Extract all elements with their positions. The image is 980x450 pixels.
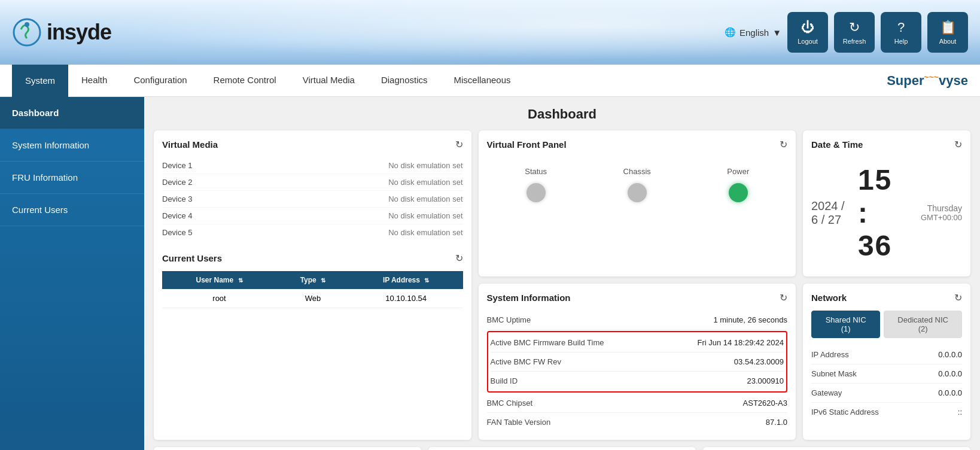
network-header: Network ↻: [811, 292, 962, 303]
tab-remote-control[interactable]: Remote Control: [200, 65, 290, 97]
sysinfo-row-chipset: BMC Chipset AST2620-A3: [487, 394, 788, 413]
user-row-ip: 10.10.10.54: [349, 289, 463, 308]
bottom-row: Temperature ↻ Voltage ↻ Fan ↻: [154, 447, 970, 450]
logo-text: insyde: [47, 20, 111, 45]
vm-devices: Device 1 No disk emulation set Device 2 …: [162, 157, 463, 241]
help-label: Help: [894, 38, 908, 45]
cu-refresh-icon[interactable]: ↻: [455, 253, 463, 264]
network-refresh-icon[interactable]: ↻: [954, 292, 962, 303]
dashboard-grid: Virtual Front Panel ↻ Status Chassis Pow…: [154, 130, 970, 440]
vm-device-1: Device 1 No disk emulation set: [162, 157, 463, 174]
datetime-header: Date & Time ↻: [811, 139, 962, 150]
sort-ip-icon: ⇅: [424, 277, 429, 284]
about-label: About: [939, 38, 957, 45]
logout-icon: ⏻: [801, 20, 814, 35]
main-layout: Dashboard System Information FRU Informa…: [0, 97, 980, 450]
vm-device-5: Device 5 No disk emulation set: [162, 224, 463, 241]
language-label: English: [739, 28, 769, 38]
content-area: Dashboard Virtual Front Panel ↻ Status C…: [144, 97, 980, 450]
vfp-status: Status: [525, 167, 547, 202]
sort-type-icon: ⇅: [321, 277, 325, 284]
vfp-chassis: Chassis: [623, 167, 651, 202]
logo: insyde: [12, 17, 111, 47]
datetime-refresh-icon[interactable]: ↻: [954, 139, 962, 150]
sidebar-item-system-information[interactable]: System Information: [0, 129, 144, 162]
network-rows: IP Address 0.0.0.0 Subnet Mask 0.0.0.0 G…: [811, 345, 962, 421]
vm-device-2: Device 2 No disk emulation set: [162, 174, 463, 191]
page-title: Dashboard: [154, 107, 970, 122]
sysinfo-rows: BMC Uptime 1 minute, 26 seconds Active B…: [487, 311, 788, 431]
help-button[interactable]: ? Help: [881, 12, 921, 53]
header: insyde 🌐 English ▼ ⏻ Logout ↻ Refresh ? …: [0, 0, 980, 65]
tab-miscellaneous[interactable]: Miscellaneous: [440, 65, 524, 97]
sysinfo-row-fw-rev: Active BMC FW Rev 03.54.23.0009: [491, 352, 784, 372]
tab-health[interactable]: Health: [68, 65, 120, 97]
fan-card: Fan ↻: [703, 447, 970, 450]
vm-device-4: Device 4 No disk emulation set: [162, 208, 463, 224]
vfp-chassis-label: Chassis: [623, 167, 651, 176]
system-info-card: System Information ↻ BMC Uptime 1 minute…: [479, 284, 796, 440]
logout-button[interactable]: ⏻ Logout: [787, 12, 828, 53]
status-indicator: [526, 183, 546, 202]
virtual-front-panel-card: Virtual Front Panel ↻ Status Chassis Pow…: [479, 130, 796, 276]
about-button[interactable]: 📋 About: [927, 12, 968, 53]
tab-configuration[interactable]: Configuration: [120, 65, 200, 97]
refresh-label: Refresh: [843, 38, 866, 45]
tab-diagnostics[interactable]: Diagnostics: [368, 65, 441, 97]
nic-tabs: Shared NIC (1) Dedicated NIC (2): [811, 311, 962, 338]
vfp-power-label: Power: [727, 167, 749, 176]
col-ip[interactable]: IP Address ⇅: [349, 271, 463, 289]
power-indicator: [729, 183, 748, 202]
vfp-refresh-icon[interactable]: ↻: [780, 139, 787, 150]
vm-device-3: Device 3 No disk emulation set: [162, 191, 463, 208]
col-type[interactable]: Type ⇅: [276, 271, 349, 289]
logout-label: Logout: [798, 38, 818, 45]
datetime-title: Date & Time: [811, 139, 863, 150]
network-ip: IP Address 0.0.0.0: [811, 345, 962, 364]
about-icon: 📋: [940, 20, 956, 35]
date-display: 2024 / 6 / 27: [811, 199, 846, 227]
temperature-card: Temperature ↻: [154, 447, 421, 450]
datetime-card: Date & Time ↻ 2024 / 6 / 27 15 : 36 Thur…: [803, 130, 970, 276]
nav-bar: System Health Configuration Remote Contr…: [0, 65, 980, 97]
vfp-status-label: Status: [525, 167, 547, 176]
time-display: 15 : 36: [858, 163, 909, 262]
vm-refresh-icon[interactable]: ↻: [455, 139, 463, 150]
logo-icon: [12, 17, 42, 47]
col-username[interactable]: User Name ⇅: [162, 271, 276, 289]
sysinfo-row-firmware-time: Active BMC Firmware Build Time Fri Jun 1…: [491, 333, 784, 352]
network-ipv6: IPv6 Static Address ::: [811, 403, 962, 421]
tab-system[interactable]: System: [12, 65, 68, 97]
vm-header: Virtual Media ↻: [162, 139, 463, 150]
timezone-display: GMT+00:00: [921, 213, 962, 222]
sidebar-item-dashboard[interactable]: Dashboard: [0, 97, 144, 129]
sysinfo-refresh-icon[interactable]: ↻: [780, 292, 787, 303]
sort-username-icon: ⇅: [238, 277, 243, 284]
network-gateway: Gateway 0.0.0.0: [811, 384, 962, 403]
sidebar: Dashboard System Information FRU Informa…: [0, 97, 144, 450]
nic-tab-dedicated[interactable]: Dedicated NIC (2): [884, 311, 962, 338]
virtual-media-card: Virtual Media ↻ Device 1 No disk emulati…: [154, 130, 471, 440]
vfp-content: Status Chassis Power: [487, 157, 788, 212]
sidebar-item-fru-information[interactable]: FRU Information: [0, 162, 144, 194]
vfp-power: Power: [727, 167, 749, 202]
current-users-table: User Name ⇅ Type ⇅ IP Address ⇅: [162, 271, 463, 308]
network-title: Network: [811, 293, 847, 303]
chassis-indicator: [628, 183, 647, 202]
refresh-icon: ↻: [849, 20, 860, 35]
header-right: 🌐 English ▼ ⏻ Logout ↻ Refresh ? Help 📋 …: [725, 12, 968, 53]
nic-tab-shared[interactable]: Shared NIC (1): [811, 311, 880, 338]
tab-virtual-media[interactable]: Virtual Media: [290, 65, 368, 97]
sidebar-item-current-users[interactable]: Current Users: [0, 194, 144, 226]
highlight-group: Active BMC Firmware Build Time Fri Jun 1…: [487, 331, 788, 393]
network-card: Network ↻ Shared NIC (1) Dedicated NIC (…: [803, 284, 970, 440]
language-selector[interactable]: 🌐 English ▼: [725, 27, 781, 38]
sysinfo-row-build-id: Build ID 23.000910: [491, 372, 784, 390]
globe-icon: 🌐: [725, 27, 736, 38]
sysinfo-title: System Information: [487, 293, 571, 303]
day-display: Thursday: [921, 203, 962, 213]
refresh-button[interactable]: ↻ Refresh: [834, 12, 875, 53]
brand-logo: Super~~~vyse: [887, 72, 968, 89]
datetime-content: 2024 / 6 / 27 15 : 36 Thursday GMT+00:00: [811, 157, 962, 268]
network-subnet: Subnet Mask 0.0.0.0: [811, 364, 962, 384]
